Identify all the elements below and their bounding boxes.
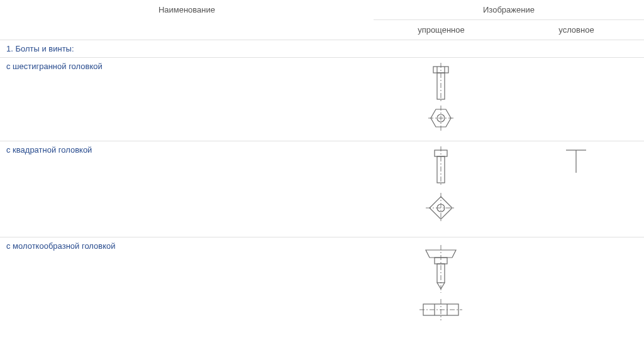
table-row: с шестигранной головкой [0, 58, 644, 141]
fastener-table: Наименование Изображение упрощенное усло… [0, 0, 644, 327]
bolt-square-icon [422, 145, 460, 233]
bolt-hammer-icon [416, 241, 466, 323]
cell-conventional [509, 58, 644, 141]
cell-simplified [374, 141, 509, 237]
table-row: с квадратной головкой [0, 141, 644, 237]
cell-simplified [374, 58, 509, 141]
row-name: с молоткообразной головкой [0, 237, 374, 327]
bolt-hex-icon [422, 62, 460, 137]
tee-icon [564, 145, 589, 177]
header-row-1: Наименование Изображение [0, 0, 644, 20]
table-row: с молоткообразной головкой [0, 237, 644, 327]
section-title: 1. Болты и винты: [0, 40, 644, 58]
cell-simplified [374, 237, 509, 327]
row-name: с квадратной головкой [0, 141, 374, 237]
row-name: с шестигранной головкой [0, 58, 374, 141]
header-image: Изображение [374, 0, 644, 20]
svg-line-22 [441, 283, 445, 289]
header-conventional: условное [509, 20, 644, 40]
header-simplified: упрощенное [374, 20, 509, 40]
header-name: Наименование [0, 0, 374, 40]
cell-conventional [509, 141, 644, 237]
svg-line-21 [437, 283, 441, 289]
cell-conventional [509, 237, 644, 327]
section-row: 1. Болты и винты: [0, 40, 644, 58]
